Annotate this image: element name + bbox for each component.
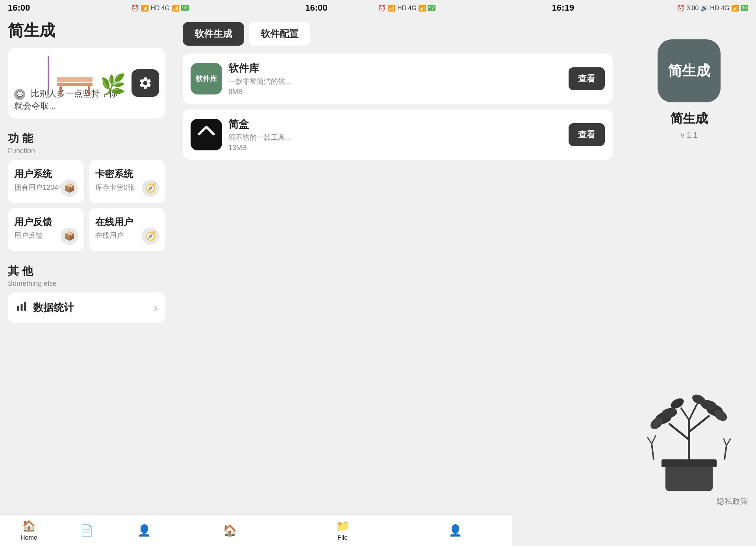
app-icon-text: 简生成 [668,61,710,81]
function-card-user-system[interactable]: 用户系统 拥有用户1204个 📦 [8,160,84,203]
compass-icon-1: 🧭 [145,183,156,193]
user-icon-left: 👤 [137,524,151,537]
app-title: 简生成 [8,20,165,41]
battery-1: 92 [181,5,189,11]
status-icons-3: ⏰ 3.00 🔊 HD 4G 📶 96 [677,4,748,12]
software-info-2: 简盒 很不错的一款工具... 13MB [228,117,562,152]
app-icon-large: 简生成 [658,39,721,102]
software-desc-2: 很不错的一款工具... [228,133,562,142]
bottom-nav-left: 🏠 Home 📄 👤 [0,515,173,546]
other-section: 其 他 Something else 数据统计 › [8,261,165,323]
other-section-header: 其 他 Something else [8,264,165,288]
svg-line-11 [689,404,697,420]
nav-user-left[interactable]: 👤 [115,524,173,537]
nav-doc-left[interactable]: 📄 [58,524,116,537]
plant-illustration [630,381,748,491]
software-icon-label-1: 软件库 [196,74,217,83]
function-title-zh: 功 能 [8,131,165,146]
file-icon-right: 📁 [336,520,350,533]
software-info-1: 软件库 一款非常简洁的软... 8MB [228,61,562,96]
software-name-2: 简盒 [228,117,562,131]
app-name-large: 简生成 [670,110,708,128]
status-time-right: 16:19 [552,3,574,13]
gear-button[interactable] [132,69,159,97]
status-time-right-wrap: 16:19 [501,3,624,13]
software-card-2: 简盒 很不错的一款工具... 13MB 查看 [183,109,613,160]
compass-icon-2: 🧭 [145,231,156,241]
status-left: 16:00 [8,3,131,13]
svg-line-9 [689,416,709,432]
left-panel: 简生成 🌿 [0,16,173,546]
cube-icon-1: 📦 [64,183,75,193]
function-section-header: 功 能 Function [8,131,165,155]
svg-line-10 [681,408,689,420]
bottom-nav-right: 🏠 📁 File 👤 [173,515,512,546]
function-card-title-2: 卡密系统 [95,168,159,180]
svg-line-22 [652,436,656,444]
nav-file-label-right: File [337,534,348,541]
stats-row[interactable]: 数据统计 › [8,292,165,323]
software-icon-1: 软件库 [191,63,222,94]
svg-rect-2 [24,302,26,311]
status-icons-1: ⏰ 📶 HD 4G 📶 92 [131,4,189,12]
home-icon-left: 🏠 [22,520,36,533]
svg-rect-5 [665,463,713,491]
svg-rect-1 [21,304,23,311]
bar-chart-icon [16,300,28,315]
software-size-2: 13MB [228,144,562,152]
svg-line-20 [652,444,654,459]
function-card-feedback[interactable]: 用户反馈 用户反馈 📦 [8,208,84,251]
status-icons-2: ⏰ 📶 HD 4G 📶 92 [378,4,435,12]
status-time-center: 16:00 [305,3,327,13]
app-info-panel: 简生成 简生成 v 1.1 [622,16,756,515]
software-desc-1: 一款非常简洁的软... [228,77,562,86]
function-card-icon-1: 📦 [61,180,78,197]
status-icons-center: ⏰ 📶 HD 4G 📶 92 [378,4,501,12]
svg-line-23 [724,446,726,459]
status-icons-right: ⏰ 3.00 🔊 HD 4G 📶 96 [625,4,748,12]
nav-home-right[interactable]: 🏠 [173,524,286,537]
function-card-title-1: 用户系统 [14,168,78,180]
cube-icon-2: 📦 [64,231,75,241]
svg-line-25 [726,439,730,446]
function-grid: 用户系统 拥有用户1204个 📦 卡密系统 库存卡密0张 🧭 用户反馈 用户反馈 [8,160,165,251]
function-card-icon-2: 🧭 [142,180,159,197]
tab-software-generate[interactable]: 软件生成 [183,22,244,46]
banner-card: 🌿 💬 比别人多一点坚持，你就会夺取... [8,48,165,118]
other-title-en: Something else [8,279,165,288]
function-card-title-3: 用户反馈 [14,216,78,228]
gear-icon [138,76,152,90]
software-icon-2 [191,119,222,150]
function-card-icon-3: 📦 [61,228,78,245]
app-version: v 1.1 [680,131,697,140]
nav-home-label-left: Home [20,534,37,541]
stats-label: 数据统计 [33,301,74,315]
privacy-link[interactable]: 隐私政策 [717,496,748,507]
stats-left: 数据统计 [16,300,74,315]
svg-line-8 [669,424,689,440]
function-card-title-4: 在线用户 [95,216,159,228]
nav-home-left[interactable]: 🏠 Home [0,520,58,541]
status-center: 16:00 [255,3,378,13]
other-title-zh: 其 他 [8,264,165,279]
svg-line-24 [724,439,726,446]
svg-rect-4 [197,126,207,135]
svg-line-21 [648,438,652,444]
tab-bar: 软件生成 软件配置 [183,22,613,46]
tab-software-config[interactable]: 软件配置 [249,22,310,46]
software-list: 软件库 软件库 一款非常简洁的软... 8MB 查看 [183,54,613,160]
view-button-1[interactable]: 查看 [569,67,605,90]
nav-file-right[interactable]: 📁 File [286,520,399,541]
view-button-2[interactable]: 查看 [569,123,605,146]
status-icons-left: ⏰ 📶 HD 4G 📶 92 [131,4,254,12]
function-card-online-users[interactable]: 在线用户 在线用户 🧭 [89,208,165,251]
profile-icon-right: 👤 [448,524,462,537]
function-card-key-system[interactable]: 卡密系统 库存卡密0张 🧭 [89,160,165,203]
battery-3: 96 [741,5,748,11]
software-name-1: 软件库 [228,61,562,75]
battery-2: 92 [428,5,435,11]
software-card-1: 软件库 软件库 一款非常简洁的软... 8MB 查看 [183,54,613,104]
function-title-en: Function [8,147,165,155]
nav-profile-right[interactable]: 👤 [399,524,512,537]
svg-rect-0 [17,306,19,311]
